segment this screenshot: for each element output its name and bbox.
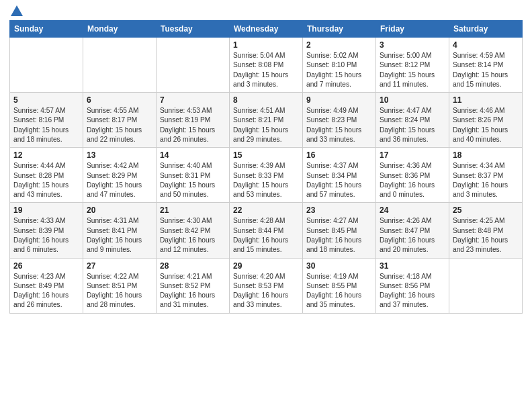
day-info: Sunrise: 4:59 AMSunset: 8:14 PMDaylight:… — [453, 51, 519, 89]
day-number: 3 — [380, 40, 445, 50]
day-number: 11 — [453, 95, 519, 105]
day-info: Sunrise: 4:23 AMSunset: 8:49 PMDaylight:… — [13, 272, 79, 310]
calendar-cell: 15Sunrise: 4:39 AMSunset: 8:33 PMDayligh… — [230, 148, 303, 203]
day-info: Sunrise: 4:53 AMSunset: 8:19 PMDaylight:… — [160, 106, 226, 144]
day-info: Sunrise: 4:19 AMSunset: 8:55 PMDaylight:… — [306, 272, 372, 310]
day-number: 24 — [380, 205, 445, 215]
calendar-cell: 19Sunrise: 4:33 AMSunset: 8:39 PMDayligh… — [10, 203, 83, 258]
calendar-cell: 30Sunrise: 4:19 AMSunset: 8:55 PMDayligh… — [303, 258, 376, 313]
day-info: Sunrise: 4:49 AMSunset: 8:23 PMDaylight:… — [306, 106, 372, 144]
day-info: Sunrise: 4:33 AMSunset: 8:39 PMDaylight:… — [13, 216, 79, 255]
day-info: Sunrise: 4:18 AMSunset: 8:56 PMDaylight:… — [380, 272, 445, 310]
day-number: 6 — [87, 95, 152, 105]
weekday-header-friday: Friday — [376, 21, 449, 38]
calendar-cell: 10Sunrise: 4:47 AMSunset: 8:24 PMDayligh… — [376, 93, 449, 148]
calendar-cell: 28Sunrise: 4:21 AMSunset: 8:52 PMDayligh… — [157, 258, 230, 313]
calendar-header-row: SundayMondayTuesdayWednesdayThursdayFrid… — [10, 21, 523, 38]
calendar-week-row: 26Sunrise: 4:23 AMSunset: 8:49 PMDayligh… — [10, 258, 523, 313]
calendar-cell: 4Sunrise: 4:59 AMSunset: 8:14 PMDaylight… — [449, 38, 523, 93]
calendar-cell: 18Sunrise: 4:34 AMSunset: 8:37 PMDayligh… — [449, 148, 523, 203]
calendar-cell: 2Sunrise: 5:02 AMSunset: 8:10 PMDaylight… — [303, 38, 376, 93]
day-info: Sunrise: 4:46 AMSunset: 8:26 PMDaylight:… — [453, 106, 519, 144]
calendar-cell: 11Sunrise: 4:46 AMSunset: 8:26 PMDayligh… — [449, 93, 523, 148]
day-number: 23 — [306, 205, 372, 215]
day-number: 13 — [87, 150, 152, 160]
day-number: 16 — [306, 150, 372, 160]
day-number: 8 — [233, 95, 299, 105]
day-number: 10 — [380, 95, 445, 105]
weekday-header-tuesday: Tuesday — [157, 21, 230, 38]
calendar-cell: 31Sunrise: 4:18 AMSunset: 8:56 PMDayligh… — [376, 258, 449, 313]
day-info: Sunrise: 4:36 AMSunset: 8:36 PMDaylight:… — [380, 161, 445, 199]
day-number: 30 — [306, 261, 372, 271]
day-info: Sunrise: 4:37 AMSunset: 8:34 PMDaylight:… — [306, 161, 372, 199]
calendar-cell: 26Sunrise: 4:23 AMSunset: 8:49 PMDayligh… — [10, 258, 83, 313]
weekday-header-wednesday: Wednesday — [230, 21, 303, 38]
calendar-week-row: 12Sunrise: 4:44 AMSunset: 8:28 PMDayligh… — [10, 148, 523, 203]
day-number: 12 — [13, 150, 79, 160]
calendar-cell — [449, 258, 523, 313]
calendar-cell: 29Sunrise: 4:20 AMSunset: 8:53 PMDayligh… — [230, 258, 303, 313]
calendar-cell: 12Sunrise: 4:44 AMSunset: 8:28 PMDayligh… — [10, 148, 83, 203]
day-number: 4 — [453, 40, 519, 50]
calendar-cell: 23Sunrise: 4:27 AMSunset: 8:45 PMDayligh… — [303, 203, 376, 258]
weekday-header-thursday: Thursday — [303, 21, 376, 38]
day-number: 27 — [87, 261, 152, 271]
day-info: Sunrise: 4:25 AMSunset: 8:48 PMDaylight:… — [453, 216, 519, 255]
weekday-header-saturday: Saturday — [449, 21, 523, 38]
day-info: Sunrise: 4:22 AMSunset: 8:51 PMDaylight:… — [87, 272, 152, 310]
logo-triangle-icon — [11, 5, 23, 16]
page: SundayMondayTuesdayWednesdayThursdayFrid… — [0, 0, 532, 411]
day-number: 29 — [233, 261, 299, 271]
day-info: Sunrise: 5:00 AMSunset: 8:12 PMDaylight:… — [380, 51, 445, 89]
calendar-cell: 1Sunrise: 5:04 AMSunset: 8:08 PMDaylight… — [230, 38, 303, 93]
day-number: 26 — [13, 261, 79, 271]
calendar-cell: 13Sunrise: 4:42 AMSunset: 8:29 PMDayligh… — [83, 148, 157, 203]
calendar-cell: 21Sunrise: 4:30 AMSunset: 8:42 PMDayligh… — [157, 203, 230, 258]
weekday-header-monday: Monday — [83, 21, 157, 38]
calendar-cell: 3Sunrise: 5:00 AMSunset: 8:12 PMDaylight… — [376, 38, 449, 93]
day-info: Sunrise: 4:21 AMSunset: 8:52 PMDaylight:… — [160, 272, 226, 310]
day-number: 18 — [453, 150, 519, 160]
calendar-cell: 25Sunrise: 4:25 AMSunset: 8:48 PMDayligh… — [449, 203, 523, 258]
day-number: 15 — [233, 150, 299, 160]
day-info: Sunrise: 4:26 AMSunset: 8:47 PMDaylight:… — [380, 216, 445, 255]
calendar-week-row: 1Sunrise: 5:04 AMSunset: 8:08 PMDaylight… — [10, 38, 523, 93]
weekday-header-sunday: Sunday — [10, 21, 83, 38]
day-info: Sunrise: 4:30 AMSunset: 8:42 PMDaylight:… — [160, 216, 226, 255]
calendar-week-row: 19Sunrise: 4:33 AMSunset: 8:39 PMDayligh… — [10, 203, 523, 258]
calendar-cell: 6Sunrise: 4:55 AMSunset: 8:17 PMDaylight… — [83, 93, 157, 148]
calendar-cell: 17Sunrise: 4:36 AMSunset: 8:36 PMDayligh… — [376, 148, 449, 203]
day-info: Sunrise: 4:20 AMSunset: 8:53 PMDaylight:… — [233, 272, 299, 310]
day-number: 17 — [380, 150, 445, 160]
day-number: 25 — [453, 205, 519, 215]
day-info: Sunrise: 4:42 AMSunset: 8:29 PMDaylight:… — [87, 161, 152, 199]
day-number: 28 — [160, 261, 226, 271]
day-info: Sunrise: 4:34 AMSunset: 8:37 PMDaylight:… — [453, 161, 519, 199]
day-number: 1 — [233, 40, 299, 50]
day-info: Sunrise: 5:02 AMSunset: 8:10 PMDaylight:… — [306, 51, 372, 89]
calendar-cell: 24Sunrise: 4:26 AMSunset: 8:47 PMDayligh… — [376, 203, 449, 258]
calendar-cell: 5Sunrise: 4:57 AMSunset: 8:16 PMDaylight… — [10, 93, 83, 148]
day-number: 9 — [306, 95, 372, 105]
calendar-cell: 8Sunrise: 4:51 AMSunset: 8:21 PMDaylight… — [230, 93, 303, 148]
day-info: Sunrise: 5:04 AMSunset: 8:08 PMDaylight:… — [233, 51, 299, 89]
calendar-table: SundayMondayTuesdayWednesdayThursdayFrid… — [9, 20, 523, 314]
day-info: Sunrise: 4:47 AMSunset: 8:24 PMDaylight:… — [380, 106, 445, 144]
day-number: 31 — [380, 261, 445, 271]
day-number: 14 — [160, 150, 226, 160]
day-number: 7 — [160, 95, 226, 105]
day-info: Sunrise: 4:39 AMSunset: 8:33 PMDaylight:… — [233, 161, 299, 199]
calendar-week-row: 5Sunrise: 4:57 AMSunset: 8:16 PMDaylight… — [10, 93, 523, 148]
day-number: 21 — [160, 205, 226, 215]
calendar-cell: 22Sunrise: 4:28 AMSunset: 8:44 PMDayligh… — [230, 203, 303, 258]
day-info: Sunrise: 4:55 AMSunset: 8:17 PMDaylight:… — [87, 106, 152, 144]
calendar-cell: 9Sunrise: 4:49 AMSunset: 8:23 PMDaylight… — [303, 93, 376, 148]
logo — [9, 7, 23, 16]
calendar-cell — [157, 38, 230, 93]
calendar-cell — [83, 38, 157, 93]
calendar-cell — [10, 38, 83, 93]
calendar-cell: 16Sunrise: 4:37 AMSunset: 8:34 PMDayligh… — [303, 148, 376, 203]
day-info: Sunrise: 4:27 AMSunset: 8:45 PMDaylight:… — [306, 216, 372, 255]
day-info: Sunrise: 4:57 AMSunset: 8:16 PMDaylight:… — [13, 106, 79, 144]
